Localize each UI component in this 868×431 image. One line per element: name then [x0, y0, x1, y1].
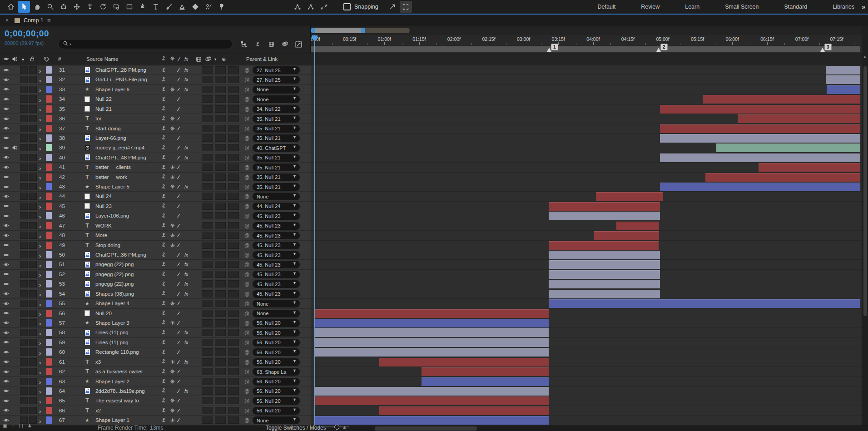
layer-color-swatch[interactable]	[46, 232, 52, 239]
collapse-switch-icon[interactable]	[170, 377, 175, 386]
frame-blend-cell[interactable]	[202, 271, 213, 278]
parent-dropdown[interactable]: None▼	[253, 86, 300, 94]
layer-duration-bar-33[interactable]	[827, 85, 860, 94]
timeline-lane-34[interactable]	[311, 94, 862, 104]
layer-duration-bar-46[interactable]	[549, 212, 660, 220]
frame-blend-cell[interactable]	[202, 290, 213, 297]
layer-color-swatch[interactable]	[46, 310, 52, 317]
timeline-lane-63[interactable]	[311, 377, 862, 386]
frame-blend-cell[interactable]	[202, 183, 213, 190]
parent-dropdown[interactable]: 45. Null 23▼	[253, 271, 300, 278]
3d-cell[interactable]	[228, 115, 239, 122]
frame-blend-cell[interactable]	[202, 242, 213, 249]
layer-row-32[interactable]: ›32Grid-Li...PNG-File.png∕fx@27. Null 25…	[0, 75, 311, 84]
layer-row-65[interactable]: ›65TThe easiest way to∕@56. Null 20▼	[0, 396, 311, 406]
fx-switch-icon[interactable]: fx	[184, 143, 188, 152]
solo-cell[interactable]	[20, 416, 28, 424]
collapse-switch-icon[interactable]	[170, 416, 175, 425]
parent-dropdown[interactable]: 56. Null 20▼	[253, 407, 300, 415]
parent-dropdown[interactable]: 35. Null 21▼	[253, 134, 300, 142]
3d-cell[interactable]	[228, 348, 239, 356]
quality-switch-icon[interactable]: ∕	[178, 299, 179, 308]
hide-shy-layers-icon[interactable]	[253, 39, 263, 49]
3d-cell[interactable]	[228, 193, 239, 200]
quality-switch-icon[interactable]: ∕	[178, 406, 179, 415]
expand-chevron-icon[interactable]: ›	[39, 163, 41, 173]
timeline-lane-60[interactable]	[311, 347, 862, 357]
layer-duration-bar-47[interactable]	[616, 222, 659, 230]
expand-chevron-icon[interactable]: ›	[39, 173, 41, 183]
layer-row-47[interactable]: ›47TWORK∕@45. Null 23▼	[0, 221, 311, 231]
motion-blur-cell[interactable]	[215, 329, 226, 336]
solo-cell[interactable]	[20, 261, 28, 268]
collapse-switch-icon[interactable]	[170, 124, 175, 133]
solo-cell[interactable]	[20, 271, 28, 278]
layer-name[interactable]: Shape Layer 2	[95, 377, 162, 386]
work-area-strip[interactable]: 123	[311, 45, 862, 53]
navigator-extent-bar[interactable]	[365, 28, 410, 33]
horizontal-scrollbar-thumb[interactable]	[375, 426, 477, 431]
frame-blending-icon[interactable]	[266, 39, 276, 49]
motion-blur-cell[interactable]	[215, 339, 226, 346]
lock-cell[interactable]	[29, 95, 37, 103]
layer-name[interactable]: Null 22	[95, 94, 162, 104]
expand-chevron-icon[interactable]: ›	[39, 134, 41, 144]
layer-color-swatch[interactable]	[46, 416, 52, 424]
layer-name[interactable]: Null 20	[95, 309, 162, 318]
collapse-switch-icon[interactable]	[170, 231, 175, 240]
quality-switch-icon[interactable]: ∕	[178, 357, 179, 367]
parent-dropdown[interactable]: None▼	[253, 95, 300, 103]
type-tool-icon[interactable]	[149, 1, 162, 13]
frame-blend-cell[interactable]	[202, 378, 213, 385]
parent-pickwhip-icon[interactable]: @	[244, 143, 249, 152]
layer-color-swatch[interactable]	[46, 183, 52, 190]
graph-editor-icon[interactable]	[293, 39, 303, 49]
3d-cell[interactable]	[228, 154, 239, 161]
expand-chevron-icon[interactable]: ›	[39, 310, 41, 319]
solo-cell[interactable]	[20, 378, 28, 385]
fx-switch-icon[interactable]: fx	[184, 289, 188, 298]
shy-switch-icon[interactable]	[161, 357, 167, 367]
timeline-lane-59[interactable]	[311, 338, 862, 347]
shy-switch-icon[interactable]	[161, 173, 167, 182]
solo-cell[interactable]	[20, 280, 28, 287]
parent-pickwhip-icon[interactable]: @	[244, 270, 249, 279]
expand-chevron-icon[interactable]: ›	[39, 397, 41, 406]
fx-switch-icon[interactable]: fx	[184, 357, 188, 367]
parent-pickwhip-icon[interactable]: @	[244, 386, 249, 396]
layer-name[interactable]: Layer-66.png	[95, 134, 162, 143]
expand-chevron-icon[interactable]: ›	[39, 416, 41, 426]
expand-chevron-icon[interactable]: ›	[39, 378, 41, 387]
shy-switch-icon[interactable]	[161, 416, 167, 425]
parent-dropdown[interactable]: 56. Null 20▼	[253, 397, 300, 405]
eye-icon[interactable]	[3, 386, 10, 396]
eye-icon[interactable]	[3, 279, 10, 288]
layer-row-37[interactable]: ›37TStart doing∕@35. Null 21▼	[0, 124, 311, 134]
frame-blend-cell[interactable]	[202, 86, 213, 93]
solo-cell[interactable]	[20, 183, 28, 190]
lock-cell[interactable]	[29, 242, 37, 249]
motion-blur-cell[interactable]	[215, 368, 226, 375]
time-ruler[interactable]: 0:00f00:15f01:00f01:15f02:00f02:15f03:00…	[311, 35, 862, 45]
expand-chevron-icon[interactable]: ›	[39, 144, 41, 153]
layer-color-swatch[interactable]	[46, 251, 52, 258]
solo-column-icon[interactable]: ●	[22, 57, 24, 62]
work-area-bar[interactable]	[311, 46, 860, 52]
solo-cell[interactable]	[20, 125, 28, 132]
layer-row-36[interactable]: ›36Tfor∕@35. Null 21▼	[0, 114, 311, 124]
eye-icon[interactable]	[3, 270, 10, 279]
timeline-lane-58[interactable]	[311, 328, 862, 337]
layer-duration-bar-38[interactable]	[660, 134, 860, 143]
solo-cell[interactable]	[20, 76, 28, 83]
quality-switch-icon[interactable]: ∕	[178, 386, 179, 396]
layer-duration-bar-51[interactable]	[549, 260, 660, 269]
layer-color-swatch[interactable]	[46, 290, 52, 297]
fx-switch-icon[interactable]: fx	[184, 85, 188, 94]
lock-cell[interactable]	[29, 280, 37, 287]
motion-blur-cell[interactable]	[215, 407, 226, 414]
solo-cell[interactable]	[20, 348, 28, 356]
eye-icon[interactable]	[3, 211, 10, 220]
frame-blend-cell[interactable]	[202, 232, 213, 239]
expand-chevron-icon[interactable]: ›	[39, 105, 41, 114]
quality-switch-icon[interactable]: ∕	[178, 192, 179, 201]
